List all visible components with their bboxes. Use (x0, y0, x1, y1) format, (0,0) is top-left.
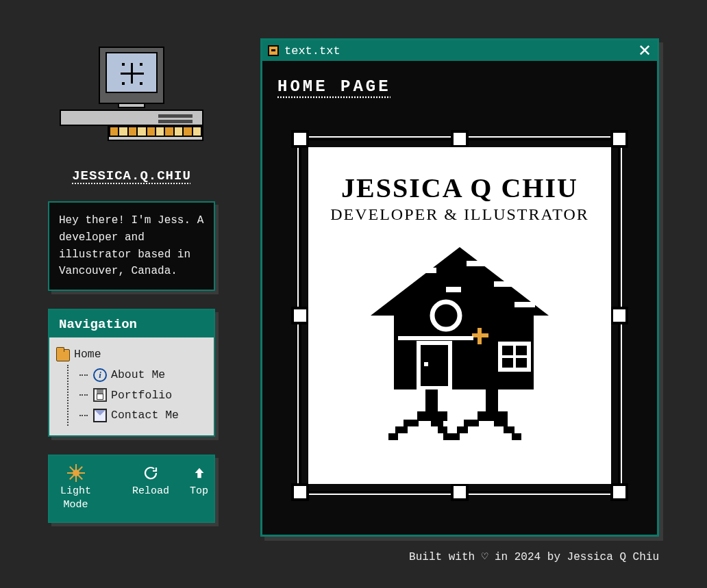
info-icon: i (93, 368, 107, 382)
arrow-up-icon (190, 464, 208, 482)
svg-rect-17 (398, 336, 473, 340)
svg-rect-9 (424, 362, 428, 366)
resize-handle-br[interactable] (610, 483, 628, 501)
svg-rect-22 (395, 426, 408, 433)
svg-rect-31 (504, 426, 514, 433)
svg-rect-21 (431, 420, 443, 426)
close-icon[interactable]: ✕ (638, 42, 652, 59)
resize-handle-l[interactable] (291, 307, 309, 324)
baba-yaga-house-icon (350, 233, 569, 452)
svg-rect-30 (457, 426, 468, 433)
page-title: HOME PAGE (277, 77, 645, 96)
svg-rect-16 (472, 333, 488, 337)
nav-about[interactable]: i About Me (79, 365, 207, 385)
window-face-icon (268, 45, 279, 56)
svg-rect-6 (514, 302, 535, 307)
svg-rect-5 (446, 287, 461, 292)
reload-icon (142, 464, 160, 482)
resize-handle-tr[interactable] (610, 130, 628, 148)
nav-portfolio[interactable]: Portfolio (79, 385, 207, 406)
actions-panel: Light Mode Reload Top (48, 455, 215, 524)
selection-frame[interactable]: JESSICA Q CHIU DEVELOPER & ILLUSTRATOR (299, 138, 621, 494)
poster: JESSICA Q CHIU DEVELOPER & ILLUSTRATOR (308, 147, 611, 484)
nav-contact-label: Contact Me (111, 405, 179, 426)
nav-home-label: Home (74, 344, 101, 365)
nav-title: Navigation (49, 310, 214, 337)
nav-home[interactable]: Home (56, 344, 207, 365)
resize-handle-t[interactable] (451, 130, 469, 148)
nav-about-label: About Me (111, 365, 165, 385)
reload-button[interactable]: Reload (132, 464, 169, 498)
mail-icon (93, 409, 107, 422)
svg-rect-23 (438, 426, 447, 433)
svg-rect-29 (494, 420, 508, 426)
content-window: text.txt ✕ HOME PAGE JESSICA Q CHIU (260, 38, 659, 537)
nav-panel: Navigation Home i About Me Portfolio (48, 309, 215, 437)
resize-handle-tl[interactable] (291, 130, 309, 148)
svg-rect-33 (512, 433, 521, 440)
window-filename: text.txt (284, 44, 340, 57)
sidebar: JESSICA.Q.CHIU Hey there! I'm Jess. A de… (48, 47, 215, 523)
svg-rect-28 (464, 420, 479, 426)
resize-handle-r[interactable] (610, 307, 628, 324)
top-label: Top (190, 485, 208, 498)
svg-rect-27 (477, 411, 508, 421)
footer: Built with ♡ in 2024 by Jessica Q Chiu (409, 550, 659, 563)
poster-wrap: JESSICA Q CHIU DEVELOPER & ILLUSTRATOR (275, 112, 645, 518)
floppy-icon (93, 388, 107, 402)
folder-icon (56, 348, 70, 361)
nav-contact[interactable]: Contact Me (79, 405, 207, 426)
svg-rect-25 (443, 433, 451, 440)
svg-rect-14 (516, 358, 527, 368)
poster-subtitle: DEVELOPER & ILLUSTRATOR (330, 205, 589, 224)
brand-name: JESSICA.Q.CHIU (48, 168, 215, 183)
top-button[interactable]: Top (190, 464, 208, 498)
pixel-computer-icon (48, 47, 215, 156)
svg-rect-4 (494, 281, 517, 287)
poster-title: JESSICA Q CHIU (341, 172, 578, 204)
intro-panel: Hey there! I'm Jess. A developer and ill… (48, 201, 215, 291)
nav-portfolio-label: Portfolio (111, 385, 172, 406)
svg-rect-11 (502, 346, 513, 355)
window-titlebar[interactable]: text.txt ✕ (262, 40, 657, 61)
svg-rect-13 (502, 358, 513, 368)
svg-rect-12 (516, 346, 527, 355)
svg-rect-19 (417, 411, 447, 421)
svg-rect-24 (388, 433, 398, 440)
resize-handle-b[interactable] (451, 483, 469, 501)
reload-label: Reload (132, 485, 169, 498)
svg-rect-32 (451, 433, 460, 440)
svg-rect-2 (419, 268, 436, 273)
svg-rect-20 (404, 420, 419, 426)
sun-icon (67, 464, 85, 482)
svg-rect-3 (467, 261, 487, 266)
theme-toggle-button[interactable]: Light Mode (60, 464, 91, 513)
theme-toggle-label: Light Mode (60, 485, 91, 513)
resize-handle-bl[interactable] (291, 483, 309, 501)
